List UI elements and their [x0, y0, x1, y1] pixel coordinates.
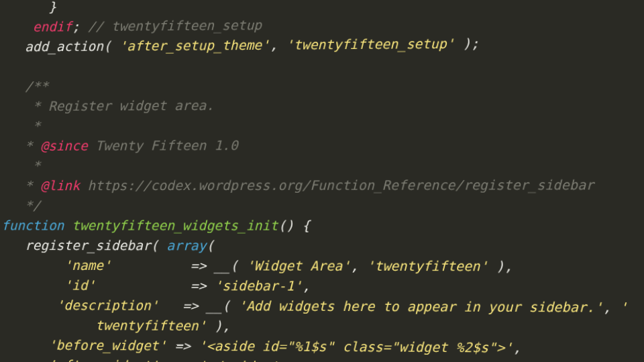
code-line: endif; // twentyfifteen_setup: [1, 17, 262, 35]
code-line: 'id' => 'sidebar-1',: [1, 277, 311, 293]
code-line: register_sidebar( array(: [1, 238, 214, 253]
code-line: add_action( 'after_setup_theme', 'twenty…: [1, 36, 479, 54]
code-line: 'after_widget' => '</aside>',: [1, 357, 286, 362]
docblock-line: * @link https://codex.wordpress.org/Func…: [1, 177, 594, 193]
blank-line: [1, 59, 9, 74]
docblock-line: */: [1, 197, 40, 212]
code-line: }: [1, 0, 56, 15]
code-line: 'before_widget' => '<aside id="%1$s" cla…: [1, 337, 521, 355]
code-editor[interactable]: } endif; // twentyfifteen_setup add_acti…: [0, 0, 644, 362]
docblock-line: /**: [1, 79, 48, 94]
docblock-line: *: [1, 158, 40, 173]
code-line: 'description' => __( 'Add widgets here t…: [1, 297, 628, 314]
docblock-line: * @since Twenty Fifteen 1.0: [1, 138, 238, 154]
code-line: twentyfifteen' ),: [1, 317, 230, 333]
code-line: 'name' => __( 'Widget Area', 'twentyfift…: [1, 257, 513, 273]
docblock-line: * Register widget area.: [1, 97, 214, 114]
code-line: function twentyfifteen_widgets_init() {: [1, 218, 310, 233]
docblock-line: *: [1, 118, 40, 134]
